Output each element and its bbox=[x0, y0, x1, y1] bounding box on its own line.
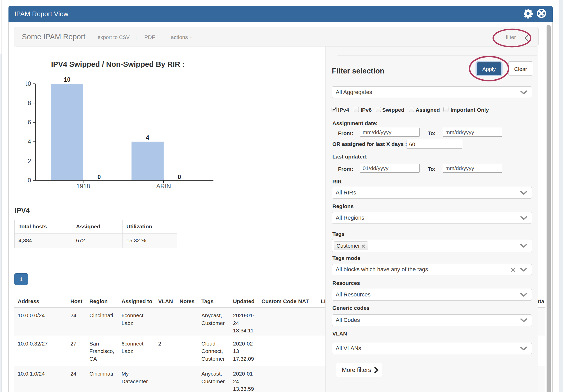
svg-text:0: 0 bbox=[28, 177, 31, 184]
svg-text:2: 2 bbox=[28, 157, 31, 164]
svg-text:ARIN: ARIN bbox=[156, 183, 171, 190]
svg-text:4: 4 bbox=[28, 138, 31, 145]
svg-text:0: 0 bbox=[178, 174, 181, 180]
svg-text:10: 10 bbox=[64, 76, 71, 83]
svg-text:0: 0 bbox=[98, 174, 101, 180]
svg-text:6: 6 bbox=[28, 119, 31, 126]
svg-text:1918: 1918 bbox=[76, 183, 90, 190]
svg-text:8: 8 bbox=[28, 99, 31, 106]
svg-text:4: 4 bbox=[146, 134, 149, 141]
svg-text:10: 10 bbox=[26, 80, 31, 87]
